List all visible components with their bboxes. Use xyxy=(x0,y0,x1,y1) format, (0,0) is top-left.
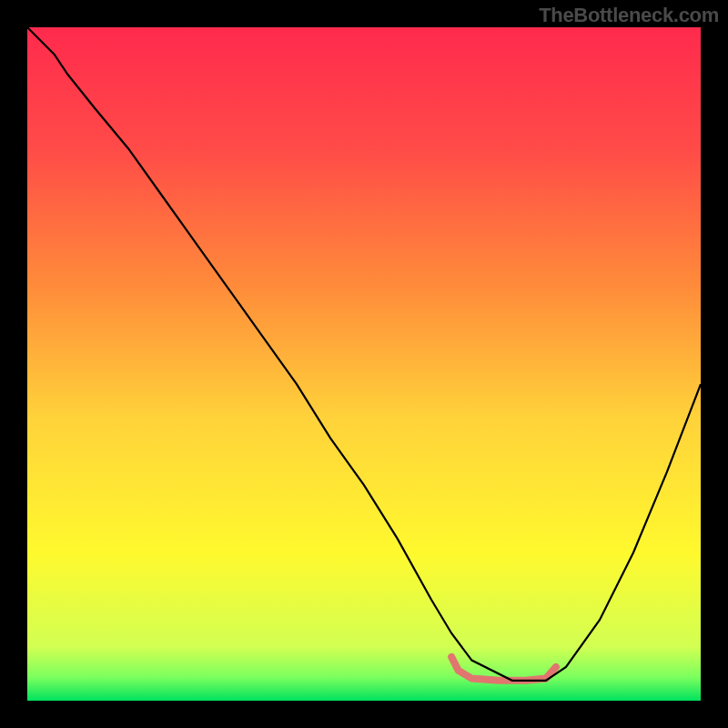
watermark-text: TheBottleneck.com xyxy=(539,4,719,27)
plot-area xyxy=(27,27,701,701)
gradient-background xyxy=(27,27,701,701)
chart-frame: TheBottleneck.com xyxy=(0,0,728,728)
chart-svg xyxy=(27,27,701,701)
